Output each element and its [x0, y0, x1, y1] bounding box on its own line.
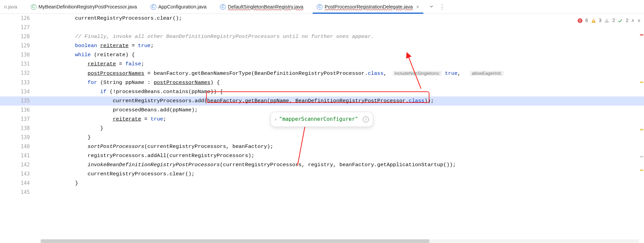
tooltip-value: "mapperScannerConfigurer" — [279, 115, 358, 124]
code-line: boolean reiterate = true; — [37, 41, 154, 50]
chevron-down-icon[interactable] — [426, 2, 437, 12]
code-line: } — [37, 133, 91, 142]
line-number: 130 — [0, 50, 37, 60]
line-number: 142 — [0, 160, 37, 170]
java-class-icon: C — [317, 4, 323, 10]
tab-label: DefaultSingletonBeanRegistry.java — [228, 2, 303, 12]
tab-mybeanpostprocessor[interactable]: C MyBeanDefinitionRegistryPostProcessor.… — [24, 0, 144, 14]
code-line: } — [37, 179, 78, 188]
code-line: reiterate = false; — [37, 60, 144, 69]
inline-hint: includeNonSingletons: — [393, 71, 442, 76]
error-stripe[interactable] — [640, 14, 644, 243]
line-number: 140 — [0, 142, 37, 151]
java-class-icon: C — [31, 4, 37, 10]
scrollbar-thumb[interactable] — [41, 239, 429, 243]
tab-appconfiguration[interactable]: C AppConfiguration.java — [144, 0, 214, 14]
code-line: processedBeans.add(ppName); — [37, 106, 198, 115]
java-class-icon: C — [220, 4, 226, 10]
line-number: 127 — [0, 23, 37, 32]
code-line: // Finally, invoke all other BeanDefinit… — [37, 32, 374, 41]
line-number: 145 — [0, 188, 37, 197]
line-number: 139 — [0, 133, 37, 142]
line-number: 138 — [0, 124, 37, 133]
debug-value-tooltip[interactable]: › "mapperScannerConfigurer" ! — [270, 112, 373, 127]
tab-label: n.java — [4, 2, 17, 12]
tab-label: MyBeanDefinitionRegistryPostProcessor.ja… — [39, 2, 137, 12]
tab-label: AppConfiguration.java — [158, 2, 207, 12]
tab-postprocessorregistrationdelegate[interactable]: C PostProcessorRegistrationDelegate.java… — [310, 0, 426, 14]
code-line: currentRegistryProcessors.clear(); — [37, 14, 182, 23]
code-line: invokeBeanDefinitionRegistryPostProcesso… — [37, 160, 456, 170]
line-number: 131 — [0, 60, 37, 69]
line-number: 126 — [0, 14, 37, 23]
tab-partial-left[interactable]: n.java — [0, 0, 24, 14]
code-line: postProcessorNames = beanFactory.getBean… — [37, 69, 504, 78]
code-line: reiterate = true; — [37, 115, 166, 124]
close-icon[interactable]: × — [416, 2, 419, 12]
editor-tabs: n.java C MyBeanDefinitionRegistryPostPro… — [0, 0, 644, 14]
horizontal-scrollbar[interactable] — [41, 239, 639, 243]
code-line: } — [37, 124, 103, 133]
line-number: 134 — [0, 87, 37, 96]
code-line: for (String ppName : postProcessorNames)… — [37, 78, 220, 87]
line-number: 132 — [0, 69, 37, 78]
code-line-current: currentRegistryProcessors.add(beanFactor… — [37, 96, 434, 106]
line-number: 143 — [0, 170, 37, 179]
line-number: 135 — [0, 96, 37, 106]
line-number: 128 — [0, 32, 37, 41]
code-line: while (reiterate) { — [37, 50, 135, 60]
line-number: 144 — [0, 179, 37, 188]
tabs-more-icon[interactable]: ⋮ — [437, 2, 449, 12]
info-icon[interactable]: ! — [363, 116, 369, 123]
expand-icon[interactable]: › — [275, 115, 276, 124]
code-line: if (!processedBeans.contains(ppName)) { — [37, 87, 223, 96]
code-line: currentRegistryProcessors.clear(); — [37, 170, 195, 179]
code-line: sortPostProcessors(currentRegistryProces… — [37, 142, 273, 151]
line-number: 129 — [0, 41, 37, 50]
tab-defaultsingletonbeanregistry[interactable]: C DefaultSingletonBeanRegistry.java — [213, 0, 310, 14]
code-editor[interactable]: 126 currentRegistryProcessors.clear(); 1… — [0, 14, 644, 243]
line-number: 136 — [0, 106, 37, 115]
code-line: registryProcessors.addAll(currentRegistr… — [37, 151, 254, 160]
tab-label: PostProcessorRegistrationDelegate.java — [325, 2, 413, 12]
line-number: 137 — [0, 115, 37, 124]
line-number: 141 — [0, 151, 37, 160]
java-class-icon: C — [151, 4, 156, 10]
inline-hint: allowEagerInit: — [470, 71, 504, 76]
line-number: 133 — [0, 78, 37, 87]
